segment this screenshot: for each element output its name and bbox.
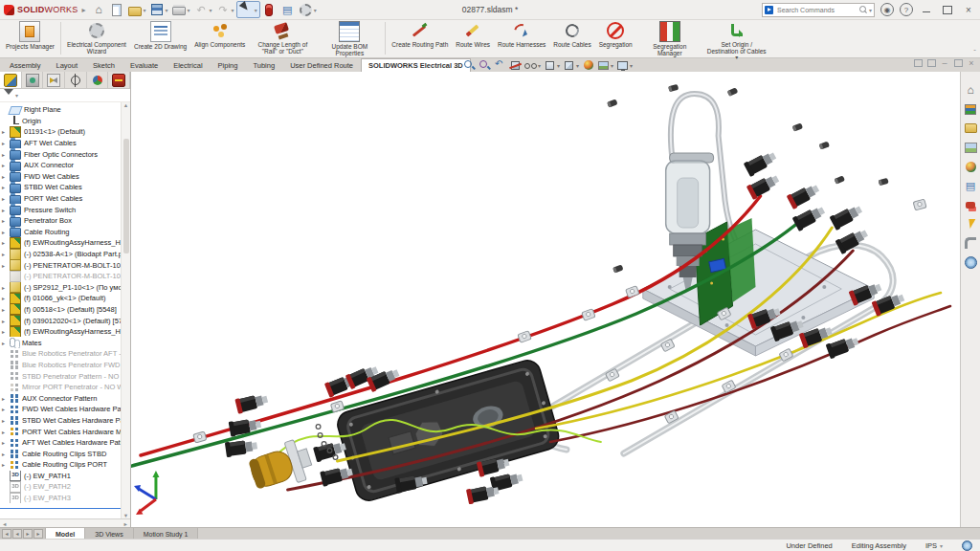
expand-arrow-icon[interactable]: ▸: [2, 195, 9, 202]
tree-item[interactable]: ▸ STBD Wet Cables: [0, 182, 122, 193]
zoom-fit-button[interactable]: [462, 59, 477, 72]
tab-user-defined-route[interactable]: User Defined Route: [282, 58, 361, 72]
tree-item[interactable]: ▸ (f) 01066_yk<1> (Default): [0, 293, 122, 304]
expand-arrow-icon[interactable]: ▸: [2, 217, 9, 224]
forum-button[interactable]: [964, 198, 977, 211]
expand-arrow-icon[interactable]: ▸: [2, 328, 9, 335]
zoom-area-button[interactable]: [478, 59, 492, 72]
tree-item[interactable]: ▸ (-) SP2912_P1-10<1> (По умолча: [0, 282, 122, 294]
design-library-button[interactable]: [964, 102, 977, 116]
print-button[interactable]: [170, 2, 192, 17]
expand-arrow-icon[interactable]: ▸: [2, 439, 9, 446]
help-icon[interactable]: ?: [900, 3, 913, 16]
tree-item[interactable]: ▸ (-) EW_PATH3: [0, 493, 122, 504]
tree-item[interactable]: ▸ Blue Robotics Penetrator AFT - NO: [0, 348, 122, 360]
expand-arrow-icon[interactable]: ▸: [2, 128, 9, 135]
view-palette-button[interactable]: [964, 141, 977, 154]
electrical-symbols-button[interactable]: [964, 217, 977, 231]
create-routing-path-button[interactable]: Create Routing Path: [388, 19, 452, 57]
route-cables-button[interactable]: Route Cables: [549, 19, 594, 57]
tree-item[interactable]: ▸ Pressure Switch: [0, 204, 122, 215]
scroll-right-icon[interactable]: ►: [123, 521, 128, 527]
tree-item[interactable]: ▸ FWD Wet Cables Hardware Pattern: [0, 404, 122, 415]
scene-button[interactable]: [596, 59, 614, 72]
section-view-button[interactable]: [508, 59, 523, 72]
tree-item[interactable]: ▸ (f) 00518<1> (Default) [5548]: [0, 304, 122, 316]
resources-home-button[interactable]: [964, 83, 977, 97]
rebuild-button[interactable]: [260, 2, 278, 17]
expand-arrow-icon[interactable]: ▸: [2, 295, 9, 301]
set-origin-button[interactable]: Set Origin / Destination of Cables: [703, 19, 770, 57]
tab-piping[interactable]: Piping: [211, 58, 246, 72]
new-document-button[interactable]: [108, 2, 126, 17]
search-input[interactable]: [775, 6, 858, 14]
tree-item[interactable]: ▸ STBD Wet Cables Hardware Pattern: [0, 415, 122, 427]
route-wires-button[interactable]: Route Wires: [452, 19, 494, 57]
options-button[interactable]: [297, 2, 319, 17]
filter-caret-icon[interactable]: ▾: [15, 92, 18, 99]
segregation-manager-button[interactable]: Segregation Manager: [636, 19, 703, 57]
save-button[interactable]: [148, 2, 170, 17]
tree-item[interactable]: ▸ 01191<1> (Default): [0, 126, 122, 138]
routing-library-button[interactable]: [964, 236, 977, 250]
electrical-component-wizard-button[interactable]: Electrical Component Wizard: [63, 19, 130, 57]
tab-sketch[interactable]: Sketch: [85, 58, 122, 72]
align-components-button[interactable]: Align Components: [190, 19, 249, 57]
expand-arrow-icon[interactable]: ▸: [2, 207, 9, 213]
change-length-button[interactable]: Change Length of "Rail" or "Duct": [249, 19, 316, 57]
segregation-button[interactable]: Segregation: [595, 19, 636, 57]
tab-assembly[interactable]: Assembly: [2, 58, 49, 72]
expand-arrow-icon[interactable]: ▸: [2, 417, 9, 424]
first-tab-icon[interactable]: ◄: [2, 529, 11, 539]
doc-restore-button[interactable]: [953, 58, 963, 68]
tree-item[interactable]: ▸ (f) 039012020<1> (Default) [5781]: [0, 315, 122, 326]
tree-item[interactable]: ▸ (-) PENETRATOR-M-BOLT-10-25-A: [0, 259, 122, 271]
redo-button[interactable]: [214, 2, 236, 17]
undo-button[interactable]: [192, 2, 214, 17]
tree-item[interactable]: ▸ (-) PENETRATOR-M-BOLT-10-25-A: [0, 271, 122, 282]
minimize-button[interactable]: [919, 3, 934, 16]
tree-item[interactable]: ▸ FWD Wet Cables: [0, 171, 122, 183]
tree-item[interactable]: ▸ Mates: [0, 337, 122, 348]
tree-item[interactable]: ▸ AUX Connector Pattern: [0, 392, 122, 404]
appearances-button[interactable]: [581, 59, 595, 72]
open-button[interactable]: [126, 2, 148, 17]
account-icon[interactable]: ◉: [880, 3, 894, 16]
home-button[interactable]: [90, 2, 108, 17]
dimxpertmanager-tab[interactable]: [65, 72, 87, 88]
previous-view-button[interactable]: [493, 59, 507, 72]
tree-item[interactable]: ▸ STBD Penetrator Pattern - NO WET: [0, 370, 122, 382]
tab-solidworks-electrical-3d[interactable]: SOLIDWORKS Electrical 3D: [361, 58, 471, 72]
create-2d-drawing-button[interactable]: Create 2D Drawing: [130, 19, 190, 57]
new-window-icon[interactable]: [913, 58, 923, 68]
unit-system[interactable]: IPS▾: [925, 541, 943, 550]
expand-arrow-icon[interactable]: ▸: [2, 184, 9, 190]
expand-arrow-icon[interactable]: ▸: [2, 239, 9, 246]
projects-manager-button[interactable]: Projects Manager: [2, 19, 58, 57]
doc-minimize-button[interactable]: –: [940, 58, 949, 68]
display-style-button[interactable]: [543, 59, 561, 72]
appearances-scenes-button[interactable]: [964, 160, 977, 173]
route-harnesses-button[interactable]: Route Harnesses: [494, 19, 549, 57]
tree-item[interactable]: ▸ (-) EW_PATH1: [0, 471, 122, 482]
search-caret-icon[interactable]: ▾: [869, 7, 872, 13]
view-orientation-button[interactable]: [562, 59, 580, 72]
select-arrow-button[interactable]: [236, 1, 260, 18]
tree-item[interactable]: ▸ PORT Wet Cables: [0, 193, 122, 205]
expand-arrow-icon[interactable]: ▸: [2, 406, 9, 412]
tree-vertical-scrollbar[interactable]: ▲▼: [121, 102, 130, 518]
collapse-ribbon-chevron[interactable]: ˆ: [973, 48, 976, 56]
tree-item[interactable]: ▸ Penetrator Box: [0, 215, 122, 227]
tree-item[interactable]: ▸ AFT Wet Cables Hardware Pattern: [0, 437, 122, 449]
prev-tab-icon[interactable]: ◄: [12, 529, 22, 539]
view-settings-button[interactable]: [615, 59, 634, 72]
displaymanager-tab[interactable]: [87, 72, 109, 88]
tab-evaluate[interactable]: Evaluate: [122, 58, 166, 72]
expand-arrow-icon[interactable]: ▸: [2, 284, 9, 291]
tree-item[interactable]: ▸ (-) EW_PATH2: [0, 481, 122, 493]
hide-show-items-button[interactable]: [523, 59, 542, 72]
tree-item[interactable]: ▸ Blue Robotics Penetrator FWD - NO: [0, 360, 122, 371]
graphics-area[interactable]: [131, 72, 960, 528]
expand-arrow-icon[interactable]: ▸: [2, 151, 9, 158]
tree-item[interactable]: ▸ (f) EWRoutingAssyHarness_H3[375: [0, 326, 122, 338]
